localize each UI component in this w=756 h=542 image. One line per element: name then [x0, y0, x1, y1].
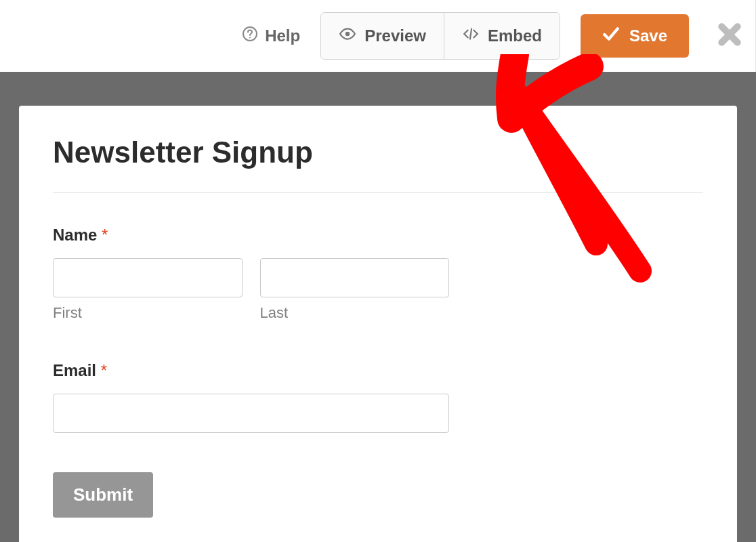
name-label: Name * [53, 226, 703, 245]
close-button[interactable] [716, 21, 743, 51]
form-canvas: Newsletter Signup Name * First Last [0, 72, 756, 542]
svg-point-2 [345, 32, 350, 37]
check-icon [602, 26, 620, 45]
email-field: Email * [53, 361, 703, 433]
help-icon [242, 26, 258, 46]
help-link[interactable]: Help [242, 26, 300, 46]
embed-label: Embed [488, 26, 542, 45]
save-label: Save [629, 26, 667, 45]
eye-icon [339, 25, 356, 47]
preview-label: Preview [364, 26, 426, 45]
required-marker: * [101, 361, 107, 379]
first-name-input[interactable] [53, 258, 243, 297]
editor-toolbar: Help Preview Embed [0, 0, 756, 72]
help-label: Help [265, 26, 300, 45]
svg-point-1 [249, 37, 251, 39]
email-label: Email * [53, 361, 703, 380]
form-title: Newsletter Signup [53, 136, 703, 169]
close-icon [716, 39, 743, 50]
first-sublabel: First [53, 304, 243, 322]
save-button[interactable]: Save [581, 14, 689, 58]
last-sublabel: Last [260, 304, 450, 322]
name-field: Name * First Last [53, 226, 703, 322]
submit-button[interactable]: Submit [53, 472, 153, 518]
preview-embed-group: Preview Embed [320, 12, 560, 60]
required-marker: * [102, 226, 108, 244]
last-name-input[interactable] [260, 258, 450, 297]
form-divider [53, 192, 703, 193]
embed-button[interactable]: Embed [444, 13, 560, 59]
form-panel: Newsletter Signup Name * First Last [19, 106, 737, 542]
preview-button[interactable]: Preview [321, 13, 444, 59]
code-icon [462, 25, 480, 47]
email-input[interactable] [53, 394, 449, 433]
